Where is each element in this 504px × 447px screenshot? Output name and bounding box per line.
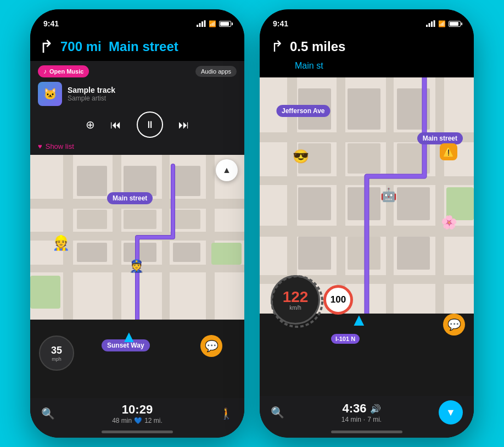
- svg-rect-12: [77, 166, 107, 196]
- music-panel: ♪ Open Music Audio apps 🐱 Sample track S…: [30, 61, 244, 155]
- route-label: I-101 N: [331, 334, 360, 344]
- nav-distance-2: 0.5 miles: [290, 39, 345, 54]
- chat-bubble-1: 💬: [200, 335, 222, 357]
- phone-2: 9:41 📶 ↱ 0.5 miles Main s: [260, 9, 474, 438]
- svg-rect-46: [397, 237, 430, 270]
- waze-char-flower: 🌸: [441, 215, 457, 230]
- speed-badge-1: 35 mph: [39, 336, 74, 371]
- svg-rect-42: [298, 187, 331, 220]
- turn-arrow-1: ↱: [39, 38, 54, 55]
- show-list-label: Show list: [46, 142, 74, 150]
- walker-icon-1[interactable]: 🚶: [220, 407, 233, 420]
- status-bar-2: 9:41 📶: [260, 9, 474, 33]
- svg-rect-11: [206, 155, 215, 320]
- svg-rect-3: [204, 20, 206, 27]
- svg-rect-43: [348, 187, 380, 220]
- svg-rect-23: [426, 25, 428, 27]
- distance-text-1: 700 mi: [60, 39, 102, 54]
- status-bar-1: 9:41 📶: [30, 9, 244, 33]
- svg-rect-13: [124, 166, 156, 196]
- signal-icon-2: [426, 20, 435, 27]
- svg-rect-14: [173, 166, 200, 196]
- player-controls: ⊕ ⏮ ⏸ ⏭: [38, 111, 237, 138]
- speed-unit-1: mph: [52, 356, 61, 362]
- waze-char-police: 👮: [129, 259, 144, 273]
- music-note-icon: ♪: [43, 68, 47, 75]
- svg-rect-9: [113, 155, 121, 320]
- add-button[interactable]: ⊕: [86, 118, 95, 131]
- speed-ring: [270, 275, 324, 328]
- track-info: Sample track Sample artist: [68, 86, 115, 102]
- speed-limit-value: 100: [331, 294, 346, 305]
- svg-rect-21: [211, 243, 242, 265]
- main-street-label-1: Main street: [107, 192, 153, 204]
- jefferson-label: Jefferson Ave: [276, 105, 330, 117]
- bottom-time-2: 4:36 🔊 14 min · 7 mi.: [341, 401, 382, 423]
- pause-button[interactable]: ⏸: [137, 111, 163, 138]
- time-display-2: 4:36: [342, 401, 366, 416]
- svg-rect-45: [298, 237, 331, 270]
- home-indicator-1: [102, 431, 173, 433]
- nav-header-2: ↱ 0.5 miles Main st: [260, 33, 474, 77]
- svg-rect-40: [348, 143, 380, 174]
- home-indicator-2: [331, 431, 402, 433]
- search-icon-1[interactable]: 🔍: [41, 407, 55, 420]
- phone-1: 9:41 📶 ↱ 700 mi Main street: [30, 9, 244, 438]
- search-icon-2[interactable]: 🔍: [271, 406, 284, 419]
- wifi-icon-1: 📶: [209, 20, 216, 27]
- street-name-1: Main street: [109, 39, 178, 54]
- bottom-time-1: 10:29 48 min 💙 12 mi.: [112, 403, 163, 424]
- waze-small-icon: 💙: [134, 417, 142, 424]
- music-top-bar: ♪ Open Music Audio apps: [38, 65, 237, 77]
- audio-apps-label: Audio apps: [201, 68, 231, 75]
- svg-rect-44: [397, 187, 430, 220]
- dist-2: 7 mi.: [367, 416, 382, 423]
- svg-rect-22: [30, 276, 60, 309]
- chevron-down-button[interactable]: ▼: [439, 400, 463, 424]
- current-speed-circle: 122 km/h: [271, 275, 320, 325]
- signal-icon-1: [197, 20, 206, 27]
- nav-distance-1: 700 mi Main street: [60, 39, 236, 54]
- open-music-label: Open Music: [49, 68, 83, 75]
- svg-rect-20: [173, 243, 200, 262]
- next-button[interactable]: ⏭: [178, 119, 189, 131]
- svg-rect-37: [348, 88, 380, 130]
- nav-top-row-2: ↱ 0.5 miles: [271, 39, 345, 54]
- battery-icon-1: [219, 21, 231, 27]
- status-icons-2: 📶: [426, 20, 461, 27]
- eta-info-1: 48 min 💙 12 mi.: [112, 417, 163, 424]
- track-name: Sample track: [68, 86, 115, 94]
- prev-button[interactable]: ⏮: [110, 119, 121, 131]
- track-row: 🐱 Sample track Sample artist: [38, 82, 237, 106]
- turn-arrow-2: ↱: [271, 39, 283, 54]
- waze-char-hard-hat: 👷: [52, 234, 70, 252]
- status-icons-1: 📶: [197, 20, 231, 27]
- status-time-2: 9:41: [273, 19, 288, 28]
- battery-icon-2: [449, 21, 461, 27]
- show-list-button[interactable]: ♥ Show list: [38, 142, 237, 150]
- waze-char-cool: 😎: [293, 149, 309, 164]
- chat-bubble-2: 💬: [443, 314, 465, 336]
- speed-value-1: 35: [51, 345, 62, 356]
- map-container-1: Main street Sunset Way ▲ 👷 👮 💬 35 mph ▲: [30, 155, 244, 398]
- nav-street-2: Main st: [295, 61, 323, 70]
- eta-info-2: 14 min · 7 mi.: [341, 416, 382, 423]
- audio-apps-button[interactable]: Audio apps: [195, 66, 237, 77]
- time-display-1: 10:29: [112, 403, 163, 417]
- open-music-button[interactable]: ♪ Open Music: [38, 65, 89, 77]
- svg-rect-2: [201, 21, 203, 27]
- main-street-label-2: Main street: [417, 132, 463, 144]
- artist-name: Sample artist: [68, 94, 115, 102]
- speed-limit-circle: 100: [323, 285, 353, 315]
- nav-info-1: 700 mi Main street: [60, 39, 236, 54]
- waze-char-glasses: 🤖: [380, 187, 397, 203]
- eta-1: 48 min: [112, 417, 132, 424]
- volume-icon[interactable]: 🔊: [370, 404, 381, 414]
- svg-rect-24: [429, 23, 430, 27]
- album-art: 🐱: [38, 82, 62, 106]
- scroll-up-button[interactable]: ▲: [216, 159, 238, 181]
- map-container-2: Main street Jefferson Ave I-101 N ▲ 😎 🤖 …: [260, 77, 474, 396]
- svg-rect-0: [197, 25, 198, 27]
- status-time-1: 9:41: [43, 19, 59, 28]
- svg-rect-17: [77, 243, 107, 262]
